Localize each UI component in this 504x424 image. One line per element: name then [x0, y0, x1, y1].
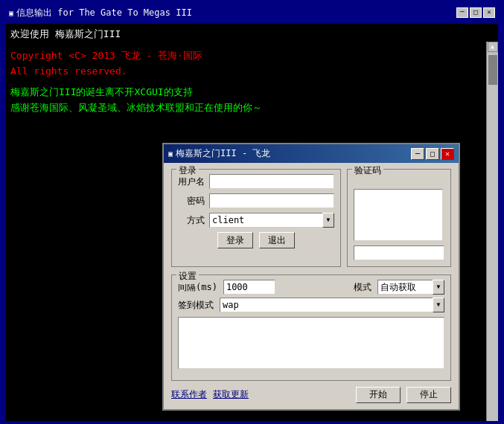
method-select-wrapper: client server ▼ [209, 213, 334, 228]
dialog-minimize-button[interactable]: ─ [411, 148, 424, 160]
update-link[interactable]: 获取更新 [213, 388, 249, 402]
dialog-body: 登录 用户名 密码 方式 [164, 163, 459, 408]
method-select[interactable]: client server [209, 213, 334, 228]
captcha-section-label: 验证码 [352, 164, 383, 178]
password-input[interactable] [209, 193, 334, 208]
username-input[interactable] [209, 174, 334, 189]
interval-mode-row: 间隔(ms) 模式 自动获取 手动输入 ▼ [178, 280, 444, 295]
settings-section: 设置 间隔(ms) 模式 自动获取 手动输入 ▼ [171, 274, 451, 380]
stop-button[interactable]: 停止 [406, 387, 451, 403]
login-section-label: 登录 [176, 164, 199, 178]
interval-input[interactable] [223, 280, 275, 295]
terminal-body: 欢迎使用 梅嘉斯之门III Copyright <C> 2013 飞龙 - 苍海… [6, 24, 498, 421]
username-row: 用户名 [178, 174, 334, 189]
login-button[interactable]: 登录 [217, 232, 253, 248]
info2-line: 感谢苍海国际、风凝圣域、冰焰技术联盟和正在使用的你～ [10, 100, 494, 116]
scrollbar-thumb[interactable] [488, 55, 497, 85]
dialog-maximize-button[interactable]: □ [426, 148, 439, 160]
info1-line: 梅嘉斯之门III的诞生离不开XCGUI的支持 [10, 85, 494, 100]
terminal-titlebar: ▣ 信息输出 for The Gate To Megas III ─ □ ✕ [6, 4, 498, 21]
password-row: 密码 [178, 193, 334, 208]
dialog-window: ▣ 梅嘉斯之门III - 飞龙 ─ □ ✕ 登录 用户名 [162, 143, 460, 411]
dialog-title-icon: ▣ [168, 148, 173, 160]
terminal-titlebar-left: ▣ 信息输出 for The Gate To Megas III [9, 6, 192, 19]
log-textarea[interactable] [178, 317, 444, 369]
terminal-window: ▣ 信息输出 for The Gate To Megas III ─ □ ✕ 欢… [0, 0, 504, 424]
captcha-input[interactable] [354, 245, 444, 260]
terminal-maximize-button[interactable]: □ [470, 7, 482, 18]
terminal-controls: ─ □ ✕ [456, 7, 495, 18]
checkin-row: 签到模式 wap web ▼ [178, 298, 444, 312]
terminal-close-button[interactable]: ✕ [483, 7, 495, 18]
login-btn-row: 登录 退出 [178, 232, 334, 248]
welcome-line: 欢迎使用 梅嘉斯之门III [10, 27, 494, 42]
start-button[interactable]: 开始 [356, 387, 401, 403]
captcha-section: 验证码 [347, 169, 451, 267]
dialog-titlebar: ▣ 梅嘉斯之门III - 飞龙 ─ □ ✕ [164, 144, 459, 163]
dialog-close-button[interactable]: ✕ [441, 148, 454, 160]
terminal-title: 信息输出 for The Gate To Megas III [16, 6, 192, 19]
method-label: 方式 [178, 213, 205, 228]
terminal-icon: ▣ [9, 7, 13, 19]
copyright-line: Copyright <C> 2013 飞龙 - 苍海·国际 [10, 48, 494, 64]
footer-row: 联系作者 获取更新 开始 停止 [171, 387, 451, 403]
terminal-minimize-button[interactable]: ─ [456, 7, 468, 18]
mode-label: 模式 [354, 280, 371, 295]
captcha-image [354, 189, 443, 241]
dialog-controls: ─ □ ✕ [411, 148, 454, 160]
mode-select-wrapper: 自动获取 手动输入 ▼ [377, 280, 444, 295]
settings-section-label: 设置 [176, 269, 199, 283]
dialog-title-left: ▣ 梅嘉斯之门III - 飞龙 [168, 147, 270, 161]
terminal-scrollbar[interactable]: ▲ [486, 42, 498, 421]
top-sections: 登录 用户名 密码 方式 [171, 169, 451, 273]
scrollbar-up-arrow[interactable]: ▲ [488, 42, 498, 52]
checkin-label: 签到模式 [178, 298, 214, 312]
method-row: 方式 client server ▼ [178, 213, 334, 228]
blank-line-1 [10, 42, 494, 48]
contact-link[interactable]: 联系作者 [171, 388, 207, 402]
exit-button[interactable]: 退出 [259, 232, 295, 248]
mode-select[interactable]: 自动获取 手动输入 [377, 280, 444, 295]
checkin-select[interactable]: wap web [220, 298, 444, 312]
login-section: 登录 用户名 密码 方式 [171, 169, 341, 267]
dialog-title-text: 梅嘉斯之门III - 飞龙 [176, 147, 270, 161]
allrights-line: All rights reserved. [10, 64, 494, 80]
password-label: 密码 [178, 194, 205, 208]
checkin-select-wrapper: wap web ▼ [220, 298, 444, 312]
blank-line-2 [10, 79, 494, 85]
